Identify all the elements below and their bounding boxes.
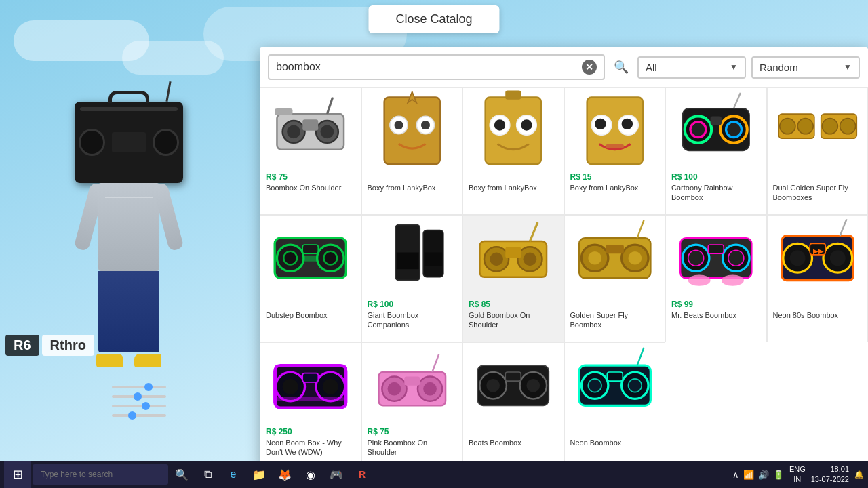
boombox-head	[75, 102, 183, 183]
start-button[interactable]: ⊞	[4, 461, 31, 488]
svg-point-4	[321, 125, 334, 139]
taskbar-firefox-icon[interactable]: 🦊	[274, 464, 296, 485]
svg-point-71	[722, 275, 744, 286]
r6-badge[interactable]: R6	[5, 335, 39, 356]
catalog-item[interactable]: R$ 75Boombox On Shoulder	[260, 87, 361, 215]
catalog-item[interactable]: .Beats Boombox	[462, 342, 564, 468]
notification-icon[interactable]: 🔔	[854, 470, 864, 479]
svg-point-43	[323, 251, 337, 265]
svg-line-56	[530, 222, 538, 241]
slider-4[interactable]	[112, 414, 166, 417]
taskbar-app5-icon[interactable]: 🎮	[326, 464, 347, 485]
item-price: .	[469, 172, 558, 182]
taskbar-search-input[interactable]	[33, 464, 168, 485]
item-price: R$ 75	[266, 172, 355, 182]
catalog-item[interactable]: R$ 100Cartoony Rainbow Boombox	[665, 87, 767, 215]
sort-filter-arrow: ▼	[844, 62, 852, 72]
catalog-item[interactable]: R$ 85Gold Boombox On Shoulder	[462, 215, 564, 342]
svg-point-17	[494, 120, 505, 131]
catalog-item[interactable]: R$ 100Giant Boombox Companions	[361, 215, 463, 342]
catalog-item[interactable]: R$ 99Mr. Beats Boombox	[665, 215, 767, 342]
slider-1[interactable]	[112, 386, 166, 388]
catalog-item[interactable]: .Boxy from LankyBox	[462, 87, 564, 215]
item-image	[773, 94, 863, 168]
item-price: .	[773, 172, 863, 182]
svg-rect-85	[302, 373, 318, 382]
catalog-item[interactable]: R$ 75Pink Boombox On Shoulder	[361, 342, 463, 468]
svg-rect-45	[302, 256, 318, 262]
item-image	[266, 94, 355, 168]
svg-point-84	[323, 379, 338, 394]
svg-point-74	[789, 250, 805, 266]
language-indicator[interactable]: ENG IN	[789, 464, 806, 485]
svg-rect-25	[606, 144, 623, 149]
battery-icon: 🔋	[773, 470, 784, 480]
catalog-item[interactable]: R$ 15Boxy from LankyBox	[564, 87, 666, 215]
taskbar-task-view-icon[interactable]: ⧉	[197, 464, 218, 485]
slider-2[interactable]	[112, 395, 166, 398]
catalog-item[interactable]: R$ 250Neon Boom Box - Why Don't We (WDW)	[260, 342, 361, 468]
item-price: .	[469, 427, 558, 436]
system-icons: ∧ 📶 🔊 🔋	[732, 470, 784, 480]
catalog-item[interactable]: .Golden Super Fly Boombox	[564, 215, 666, 342]
network-icon[interactable]: 📶	[743, 470, 754, 480]
volume-icon[interactable]: 🔊	[758, 470, 769, 480]
search-clear-button[interactable]: ✕	[582, 60, 597, 75]
slider-3[interactable]	[112, 405, 166, 407]
svg-point-59	[588, 251, 601, 265]
catalog-item[interactable]: ▶▶ .Neon 80s Boombox	[767, 215, 869, 342]
catalog-item[interactable]: .Dual Golden Super Fly Boomboxes	[767, 87, 869, 215]
clock[interactable]: 18:01 13-07-2022	[811, 464, 849, 485]
category-filter-value: All	[646, 62, 657, 73]
category-filter-arrow: ▼	[730, 62, 738, 72]
svg-line-108	[637, 348, 644, 365]
svg-point-66	[688, 250, 704, 266]
item-price: .	[368, 172, 457, 182]
item-price: .	[266, 300, 355, 309]
taskbar-search-icon[interactable]: 🔍	[171, 464, 193, 485]
catalog-item[interactable]: .Neon Boombox	[564, 342, 666, 468]
item-image	[570, 221, 660, 296]
svg-rect-86	[277, 396, 344, 401]
hud-mode-selector: R6 Rthro	[5, 335, 94, 356]
svg-point-2	[287, 125, 300, 139]
catalog-item[interactable]: .Dubstep Boombox	[260, 215, 361, 342]
catalog-item[interactable]: .Boxy from LankyBox	[361, 87, 463, 215]
svg-point-70	[688, 275, 711, 286]
item-image	[266, 348, 355, 423]
item-price: .	[773, 300, 863, 309]
item-name: Pink Boombox On Shoulder	[368, 438, 457, 458]
svg-point-93	[423, 382, 437, 396]
svg-rect-48	[396, 253, 418, 270]
close-catalog-button[interactable]: Close Catalog	[368, 5, 499, 33]
svg-point-41	[283, 251, 297, 265]
svg-point-104	[588, 379, 601, 392]
category-filter-dropdown[interactable]: All ▼	[637, 56, 746, 79]
chevron-up-icon[interactable]: ∧	[732, 470, 739, 480]
sort-filter-dropdown[interactable]: Random ▼	[751, 56, 860, 79]
svg-point-35	[797, 119, 813, 134]
search-input[interactable]	[276, 61, 582, 73]
svg-rect-107	[607, 372, 623, 381]
taskbar-explorer-icon[interactable]: 📁	[248, 464, 270, 485]
item-name: Neon Boom Box - Why Don't We (WDW)	[266, 438, 355, 458]
svg-point-98	[486, 379, 500, 392]
svg-point-52	[490, 253, 503, 266]
search-icon-button[interactable]: 🔍	[610, 56, 632, 78]
svg-point-100	[526, 379, 540, 392]
svg-point-28	[690, 122, 706, 138]
catalog-panel: ✕ 🔍 All ▼ Random ▼ R$ 75Boombox On Shoul…	[260, 47, 868, 468]
taskbar-roblox-icon[interactable]: R	[351, 464, 373, 485]
svg-point-38	[840, 119, 855, 134]
item-image	[671, 221, 761, 296]
item-name: Boombox On Shoulder	[266, 183, 355, 192]
item-image	[368, 94, 457, 168]
svg-point-11	[394, 121, 403, 129]
item-price: R$ 99	[671, 300, 761, 309]
rthro-badge[interactable]: Rthro	[42, 335, 94, 356]
svg-line-95	[432, 354, 439, 372]
item-image	[570, 94, 660, 168]
taskbar-edge-icon[interactable]: e	[222, 464, 244, 485]
taskbar-chrome-icon[interactable]: ◉	[300, 464, 321, 485]
svg-rect-94	[404, 377, 420, 386]
